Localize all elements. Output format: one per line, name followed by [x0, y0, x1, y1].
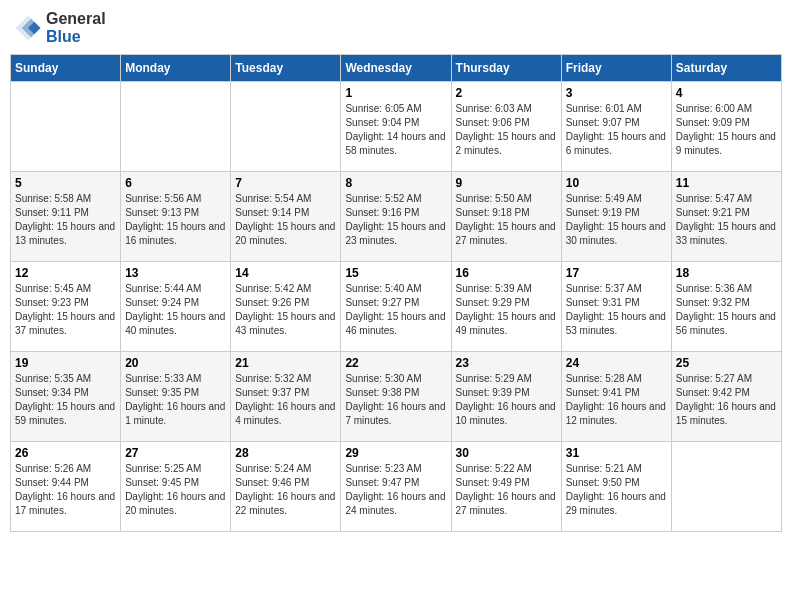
- calendar-cell: [671, 442, 781, 532]
- day-number: 12: [15, 266, 116, 280]
- day-info: Sunrise: 6:01 AMSunset: 9:07 PMDaylight:…: [566, 102, 667, 158]
- day-number: 30: [456, 446, 557, 460]
- calendar-cell: [11, 82, 121, 172]
- calendar-cell: 15Sunrise: 5:40 AMSunset: 9:27 PMDayligh…: [341, 262, 451, 352]
- day-info: Sunrise: 5:32 AMSunset: 9:37 PMDaylight:…: [235, 372, 336, 428]
- logo-icon: [14, 14, 42, 42]
- day-number: 29: [345, 446, 446, 460]
- day-info: Sunrise: 5:36 AMSunset: 9:32 PMDaylight:…: [676, 282, 777, 338]
- day-number: 20: [125, 356, 226, 370]
- calendar-cell: 1Sunrise: 6:05 AMSunset: 9:04 PMDaylight…: [341, 82, 451, 172]
- day-info: Sunrise: 5:25 AMSunset: 9:45 PMDaylight:…: [125, 462, 226, 518]
- day-number: 2: [456, 86, 557, 100]
- day-number: 24: [566, 356, 667, 370]
- day-header-tuesday: Tuesday: [231, 55, 341, 82]
- calendar-cell: 21Sunrise: 5:32 AMSunset: 9:37 PMDayligh…: [231, 352, 341, 442]
- calendar-cell: 7Sunrise: 5:54 AMSunset: 9:14 PMDaylight…: [231, 172, 341, 262]
- day-header-thursday: Thursday: [451, 55, 561, 82]
- logo: General Blue: [14, 10, 106, 46]
- day-info: Sunrise: 5:39 AMSunset: 9:29 PMDaylight:…: [456, 282, 557, 338]
- day-info: Sunrise: 5:40 AMSunset: 9:27 PMDaylight:…: [345, 282, 446, 338]
- day-info: Sunrise: 5:56 AMSunset: 9:13 PMDaylight:…: [125, 192, 226, 248]
- day-number: 28: [235, 446, 336, 460]
- day-info: Sunrise: 6:05 AMSunset: 9:04 PMDaylight:…: [345, 102, 446, 158]
- day-number: 3: [566, 86, 667, 100]
- day-info: Sunrise: 6:03 AMSunset: 9:06 PMDaylight:…: [456, 102, 557, 158]
- day-number: 11: [676, 176, 777, 190]
- day-number: 10: [566, 176, 667, 190]
- calendar-cell: 31Sunrise: 5:21 AMSunset: 9:50 PMDayligh…: [561, 442, 671, 532]
- day-header-monday: Monday: [121, 55, 231, 82]
- calendar-cell: 3Sunrise: 6:01 AMSunset: 9:07 PMDaylight…: [561, 82, 671, 172]
- day-number: 18: [676, 266, 777, 280]
- day-number: 14: [235, 266, 336, 280]
- calendar-cell: 5Sunrise: 5:58 AMSunset: 9:11 PMDaylight…: [11, 172, 121, 262]
- calendar-week-2: 5Sunrise: 5:58 AMSunset: 9:11 PMDaylight…: [11, 172, 782, 262]
- calendar-cell: 17Sunrise: 5:37 AMSunset: 9:31 PMDayligh…: [561, 262, 671, 352]
- calendar-header-row: SundayMondayTuesdayWednesdayThursdayFrid…: [11, 55, 782, 82]
- calendar-cell: 25Sunrise: 5:27 AMSunset: 9:42 PMDayligh…: [671, 352, 781, 442]
- calendar-cell: 6Sunrise: 5:56 AMSunset: 9:13 PMDaylight…: [121, 172, 231, 262]
- day-info: Sunrise: 5:58 AMSunset: 9:11 PMDaylight:…: [15, 192, 116, 248]
- calendar-cell: 14Sunrise: 5:42 AMSunset: 9:26 PMDayligh…: [231, 262, 341, 352]
- day-info: Sunrise: 5:37 AMSunset: 9:31 PMDaylight:…: [566, 282, 667, 338]
- calendar-cell: 23Sunrise: 5:29 AMSunset: 9:39 PMDayligh…: [451, 352, 561, 442]
- calendar-cell: 11Sunrise: 5:47 AMSunset: 9:21 PMDayligh…: [671, 172, 781, 262]
- calendar-cell: [121, 82, 231, 172]
- calendar-cell: 26Sunrise: 5:26 AMSunset: 9:44 PMDayligh…: [11, 442, 121, 532]
- calendar-week-3: 12Sunrise: 5:45 AMSunset: 9:23 PMDayligh…: [11, 262, 782, 352]
- day-info: Sunrise: 5:24 AMSunset: 9:46 PMDaylight:…: [235, 462, 336, 518]
- day-info: Sunrise: 5:27 AMSunset: 9:42 PMDaylight:…: [676, 372, 777, 428]
- day-info: Sunrise: 5:50 AMSunset: 9:18 PMDaylight:…: [456, 192, 557, 248]
- calendar-week-4: 19Sunrise: 5:35 AMSunset: 9:34 PMDayligh…: [11, 352, 782, 442]
- day-number: 23: [456, 356, 557, 370]
- day-info: Sunrise: 5:54 AMSunset: 9:14 PMDaylight:…: [235, 192, 336, 248]
- calendar-cell: 16Sunrise: 5:39 AMSunset: 9:29 PMDayligh…: [451, 262, 561, 352]
- day-info: Sunrise: 5:52 AMSunset: 9:16 PMDaylight:…: [345, 192, 446, 248]
- day-info: Sunrise: 5:28 AMSunset: 9:41 PMDaylight:…: [566, 372, 667, 428]
- day-info: Sunrise: 6:00 AMSunset: 9:09 PMDaylight:…: [676, 102, 777, 158]
- calendar-cell: 22Sunrise: 5:30 AMSunset: 9:38 PMDayligh…: [341, 352, 451, 442]
- calendar-cell: [231, 82, 341, 172]
- calendar-cell: 29Sunrise: 5:23 AMSunset: 9:47 PMDayligh…: [341, 442, 451, 532]
- day-info: Sunrise: 5:30 AMSunset: 9:38 PMDaylight:…: [345, 372, 446, 428]
- day-number: 15: [345, 266, 446, 280]
- calendar-cell: 10Sunrise: 5:49 AMSunset: 9:19 PMDayligh…: [561, 172, 671, 262]
- day-number: 31: [566, 446, 667, 460]
- calendar-cell: 24Sunrise: 5:28 AMSunset: 9:41 PMDayligh…: [561, 352, 671, 442]
- day-number: 1: [345, 86, 446, 100]
- day-number: 13: [125, 266, 226, 280]
- logo-text: General Blue: [46, 10, 106, 46]
- calendar-cell: 18Sunrise: 5:36 AMSunset: 9:32 PMDayligh…: [671, 262, 781, 352]
- day-number: 4: [676, 86, 777, 100]
- day-number: 9: [456, 176, 557, 190]
- day-info: Sunrise: 5:29 AMSunset: 9:39 PMDaylight:…: [456, 372, 557, 428]
- day-header-wednesday: Wednesday: [341, 55, 451, 82]
- day-info: Sunrise: 5:22 AMSunset: 9:49 PMDaylight:…: [456, 462, 557, 518]
- calendar-table: SundayMondayTuesdayWednesdayThursdayFrid…: [10, 54, 782, 532]
- page-header: General Blue: [10, 10, 782, 46]
- calendar-cell: 9Sunrise: 5:50 AMSunset: 9:18 PMDaylight…: [451, 172, 561, 262]
- calendar-cell: 8Sunrise: 5:52 AMSunset: 9:16 PMDaylight…: [341, 172, 451, 262]
- day-info: Sunrise: 5:42 AMSunset: 9:26 PMDaylight:…: [235, 282, 336, 338]
- calendar-cell: 12Sunrise: 5:45 AMSunset: 9:23 PMDayligh…: [11, 262, 121, 352]
- day-number: 27: [125, 446, 226, 460]
- calendar-week-1: 1Sunrise: 6:05 AMSunset: 9:04 PMDaylight…: [11, 82, 782, 172]
- day-header-sunday: Sunday: [11, 55, 121, 82]
- calendar-cell: 13Sunrise: 5:44 AMSunset: 9:24 PMDayligh…: [121, 262, 231, 352]
- day-number: 7: [235, 176, 336, 190]
- day-number: 5: [15, 176, 116, 190]
- day-header-friday: Friday: [561, 55, 671, 82]
- day-number: 19: [15, 356, 116, 370]
- day-number: 6: [125, 176, 226, 190]
- day-info: Sunrise: 5:44 AMSunset: 9:24 PMDaylight:…: [125, 282, 226, 338]
- day-number: 8: [345, 176, 446, 190]
- day-info: Sunrise: 5:26 AMSunset: 9:44 PMDaylight:…: [15, 462, 116, 518]
- day-info: Sunrise: 5:33 AMSunset: 9:35 PMDaylight:…: [125, 372, 226, 428]
- day-number: 16: [456, 266, 557, 280]
- day-info: Sunrise: 5:35 AMSunset: 9:34 PMDaylight:…: [15, 372, 116, 428]
- day-header-saturday: Saturday: [671, 55, 781, 82]
- day-info: Sunrise: 5:21 AMSunset: 9:50 PMDaylight:…: [566, 462, 667, 518]
- day-info: Sunrise: 5:49 AMSunset: 9:19 PMDaylight:…: [566, 192, 667, 248]
- day-info: Sunrise: 5:47 AMSunset: 9:21 PMDaylight:…: [676, 192, 777, 248]
